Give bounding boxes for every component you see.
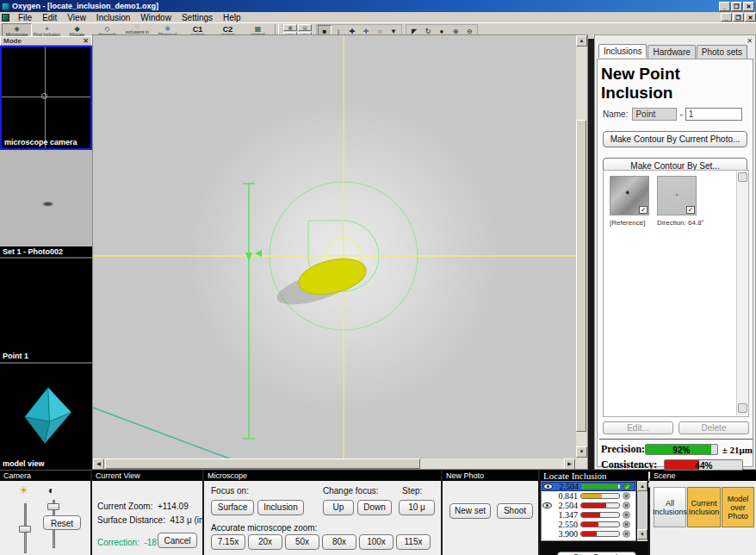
scroll-right-icon[interactable]: ▶ bbox=[564, 458, 575, 470]
scroll-up-icon[interactable]: ▲ bbox=[576, 35, 587, 47]
sidebar-item-set1-photo002[interactable] bbox=[0, 150, 92, 246]
minimize-icon[interactable]: _ bbox=[719, 2, 730, 11]
menu-help[interactable]: Help bbox=[218, 13, 246, 22]
locate-panel-title: Locate Inclusion bbox=[540, 471, 648, 481]
scroll-left-icon[interactable]: ◀ bbox=[93, 458, 104, 470]
view-vertical-scrollbar[interactable]: ▲ ▼ bbox=[576, 35, 588, 458]
locate-row-3[interactable]: 2.504 bbox=[542, 501, 635, 510]
layout-grid-icon[interactable]: ▦ bbox=[283, 24, 297, 31]
new-set-button[interactable]: New set bbox=[449, 503, 491, 519]
zoom-100x-button[interactable]: 100x bbox=[359, 534, 393, 550]
score-bar bbox=[580, 502, 620, 508]
menu-edit[interactable]: Edit bbox=[37, 13, 62, 22]
document-icon[interactable] bbox=[2, 14, 9, 22]
zoom-80x-button[interactable]: 80x bbox=[322, 534, 356, 550]
inclusions-panel: ✕ Inclusions Hardware Photo sets New Poi… bbox=[594, 34, 756, 470]
score-bar bbox=[581, 483, 621, 490]
layout-rows-icon[interactable]: ▤ bbox=[298, 24, 312, 31]
menu-window[interactable]: Window bbox=[135, 13, 177, 22]
status-idle-icon bbox=[623, 530, 630, 538]
menu-bar: File Edit View Inclusion Window Settings… bbox=[0, 12, 756, 22]
scroll-down-icon[interactable]: ▼ bbox=[637, 529, 648, 539]
precision-meter: 92% bbox=[645, 444, 718, 455]
consistency-value: 44% bbox=[665, 460, 742, 471]
edit-button[interactable]: Edit... bbox=[603, 421, 673, 434]
gallery-scroll-down-icon[interactable] bbox=[738, 403, 747, 413]
scene-panel-title: Scene bbox=[650, 471, 756, 481]
direction-photo-thumbnail[interactable]: ✓ bbox=[657, 176, 697, 215]
microscope-view[interactable]: ▲ ▼ ◀ ▶ bbox=[92, 34, 588, 470]
step-button[interactable]: 10 μ bbox=[399, 500, 435, 515]
tab-photo-sets[interactable]: Photo sets bbox=[697, 45, 747, 59]
zoom-7.15x-button[interactable]: 7.15x bbox=[211, 534, 245, 550]
gallery-scrollbar[interactable] bbox=[736, 171, 747, 415]
name-number-field[interactable]: 1 bbox=[685, 108, 742, 121]
current-zoom-value: +114.09 bbox=[158, 502, 189, 511]
current-inclusion-button[interactable]: Current Inclusion bbox=[687, 487, 721, 527]
precision-range: ± 21μm bbox=[718, 445, 753, 455]
mdi-restore-icon[interactable]: ❐ bbox=[733, 13, 744, 22]
microscope-panel-title: Microscope bbox=[204, 471, 441, 481]
all-inclusions-button[interactable]: All Inclusions bbox=[654, 487, 686, 527]
mdi-close-icon[interactable]: ✕ bbox=[745, 13, 756, 22]
stop-search-button[interactable]: Stop Search bbox=[557, 552, 636, 555]
menu-settings[interactable]: Settings bbox=[177, 13, 218, 22]
zoom-20x-button[interactable]: 20x bbox=[248, 534, 282, 550]
name-row: Name: Point - 1 bbox=[603, 108, 747, 121]
reset-button[interactable]: Reset bbox=[43, 515, 81, 530]
focus-up-button[interactable]: Up bbox=[323, 500, 354, 515]
focus-inclusion-button[interactable]: Inclusion bbox=[257, 500, 304, 515]
menu-view[interactable]: View bbox=[62, 13, 91, 22]
microscope-view-overlay bbox=[93, 35, 588, 470]
score-bar bbox=[580, 493, 620, 499]
zoom-115x-button[interactable]: 115x bbox=[396, 534, 431, 550]
surface-distance-value: 413 μ (in) bbox=[170, 515, 207, 525]
step-label: Step: bbox=[402, 486, 422, 496]
locate-row-1[interactable]: 2.504 ✓ bbox=[542, 482, 635, 491]
zoom-50x-button[interactable]: 50x bbox=[285, 534, 319, 550]
mode-close-icon[interactable]: ✕ bbox=[83, 37, 89, 45]
locate-row-2[interactable]: 0.841 bbox=[542, 491, 635, 501]
view-horizontal-scrollbar[interactable]: ◀ ▶ bbox=[93, 458, 576, 470]
camera-crosshair-circle bbox=[41, 93, 47, 99]
focus-surface-button[interactable]: Surface bbox=[211, 500, 254, 515]
name-type-field[interactable]: Point bbox=[632, 108, 677, 121]
shoot-button[interactable]: Shoot bbox=[497, 503, 533, 519]
sidebar-item-microscope-camera[interactable]: microscope camera bbox=[0, 46, 92, 150]
vertical-scroll-thumb[interactable] bbox=[576, 120, 586, 432]
delete-button[interactable]: Delete bbox=[679, 421, 749, 434]
menu-file[interactable]: File bbox=[13, 13, 37, 22]
locate-row-4[interactable]: 1.347 bbox=[542, 510, 635, 520]
close-icon[interactable]: ✕ bbox=[743, 2, 754, 11]
mdi-minimize-icon[interactable]: _ bbox=[721, 13, 732, 22]
contrast-slider-thumb[interactable] bbox=[47, 503, 59, 510]
menu-inclusion[interactable]: Inclusion bbox=[91, 13, 135, 22]
locate-row-6[interactable]: 3.900 bbox=[542, 529, 635, 539]
panel-close-icon[interactable]: ✕ bbox=[747, 37, 753, 45]
focus-down-button[interactable]: Down bbox=[357, 500, 392, 515]
locate-list-scrollbar[interactable]: ▲ ▼ bbox=[637, 481, 648, 541]
brightness-slider-thumb[interactable] bbox=[19, 526, 31, 533]
divider bbox=[599, 439, 753, 440]
eye-icon[interactable] bbox=[543, 483, 553, 490]
horizontal-scroll-thumb[interactable] bbox=[105, 458, 420, 469]
make-contour-by-current-photo-button[interactable]: Make Contour By Current Photo... bbox=[603, 131, 747, 147]
sidebar-item-model-view[interactable]: model view bbox=[0, 364, 92, 470]
direction-checkbox[interactable]: ✓ bbox=[686, 206, 695, 214]
score-bar bbox=[580, 531, 620, 537]
correction-cancel-button[interactable]: Cancel bbox=[158, 533, 197, 548]
precision-value: 92% bbox=[646, 445, 717, 455]
reference-checkbox[interactable]: ✓ bbox=[639, 206, 648, 214]
restore-icon[interactable]: ❐ bbox=[731, 2, 742, 11]
eye-icon[interactable] bbox=[542, 502, 552, 508]
model-over-photo-button[interactable]: Model over Photo bbox=[722, 487, 754, 527]
sidebar-item-point1[interactable]: Point 1 bbox=[0, 259, 92, 362]
tab-hardware[interactable]: Hardware bbox=[648, 45, 695, 59]
scroll-down-icon[interactable]: ▼ bbox=[576, 446, 587, 458]
locate-candidate-list: 2.504 ✓ 0.841 2.504 bbox=[541, 481, 636, 541]
tab-inclusions[interactable]: Inclusions bbox=[598, 44, 647, 58]
scroll-up-icon[interactable]: ▲ bbox=[637, 481, 648, 491]
reference-photo-thumbnail[interactable]: ✓ bbox=[610, 176, 649, 215]
gallery-scroll-up-icon[interactable] bbox=[738, 172, 747, 182]
locate-row-5[interactable]: 2.550 bbox=[542, 520, 635, 529]
